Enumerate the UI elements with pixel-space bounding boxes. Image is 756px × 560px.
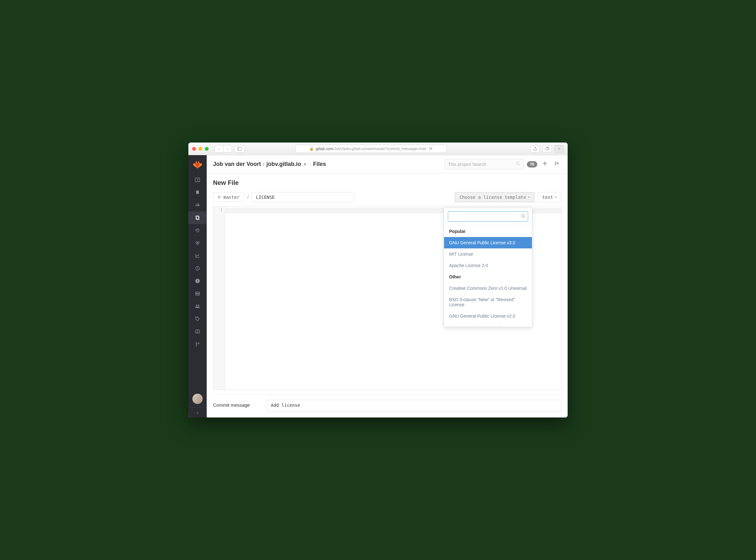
sidebar-item-dashboard[interactable] [188, 199, 207, 212]
share-button[interactable] [530, 145, 540, 153]
dropdown-item-gpl3[interactable]: GNU General Public License v3.0 [444, 237, 532, 248]
commit-row: Commit message Add license [213, 394, 561, 412]
dropdown-item-gpl2[interactable]: GNU General Public License v2.0 [444, 310, 532, 322]
sidebar-item-analytics[interactable] [188, 249, 207, 262]
search-icon [516, 161, 520, 167]
window-controls [192, 147, 208, 151]
dropdown-search-input[interactable] [451, 214, 521, 219]
todos-badge[interactable]: 70 [527, 161, 537, 167]
dropdown-item-mit[interactable]: MIT License [444, 248, 532, 260]
url-path: /JobV/jobv.gitlab.io/new/master?commit_m… [333, 147, 426, 151]
content-area: New File master / Choose a license templ… [207, 174, 568, 418]
template-button-label: Choose a license template [460, 195, 526, 200]
sidebar-item-branches[interactable] [188, 338, 207, 351]
sidebar-item-wiki[interactable] [188, 325, 207, 338]
svg-rect-11 [197, 280, 198, 281]
sidebar-item-history[interactable] [188, 224, 207, 237]
app-container: › Job van der Voort / jobv.gitlab.io ▾ ·… [188, 155, 568, 418]
browser-titlebar: ‹ › 🔒 gitlab.com/JobV/jobv.gitlab.io/new… [188, 142, 568, 155]
sidebar-toggle[interactable] [235, 145, 245, 153]
page-title: New File [213, 179, 561, 186]
url-domain: gitlab.com [316, 147, 333, 151]
signout-button[interactable] [553, 161, 561, 167]
path-separator: / [247, 194, 249, 200]
branch-icon [218, 195, 222, 199]
new-tab-button[interactable]: + [554, 145, 564, 153]
sidebar-item-issues[interactable] [188, 275, 207, 287]
svg-point-21 [516, 162, 519, 165]
browser-window: ‹ › 🔒 gitlab.com/JobV/jobv.gitlab.io/new… [188, 142, 568, 418]
chevron-down-icon[interactable]: ▾ [304, 162, 306, 166]
breadcrumb-section: Files [313, 161, 326, 167]
search-placeholder: This project Search [448, 162, 486, 167]
svg-point-25 [522, 215, 524, 217]
caret-down-icon: ▼ [555, 196, 557, 199]
breadcrumb: Job van der Voort / jobv.gitlab.io ▾ · F… [213, 161, 326, 167]
sidebar-item-bookmark[interactable] [188, 186, 207, 199]
sidebar-item-collapse[interactable] [188, 174, 207, 186]
format-dropdown[interactable]: text ▼ [538, 192, 561, 202]
sidebar-item-files[interactable] [188, 212, 207, 224]
dropdown-header-other: Other [444, 271, 532, 282]
dropdown-item-apache2[interactable]: Apache License 2.0 [444, 260, 532, 271]
svg-point-22 [218, 196, 219, 196]
svg-rect-3 [195, 178, 200, 182]
back-button[interactable]: ‹ [214, 145, 223, 153]
svg-rect-2 [545, 147, 548, 150]
file-path-row: master / Choose a license template ▼ tex… [213, 192, 561, 202]
editor-gutter: 1 [213, 206, 225, 390]
caret-down-icon: ▼ [528, 196, 530, 199]
svg-point-19 [196, 345, 197, 346]
license-template-dropdown[interactable]: Choose a license template ▼ [455, 192, 534, 202]
forward-button[interactable]: › [223, 145, 232, 153]
dropdown-item-eclipse[interactable]: Eclipse Public License 1.0 [444, 322, 532, 327]
sidebar-item-members[interactable] [188, 300, 207, 313]
svg-point-18 [196, 342, 197, 343]
svg-rect-12 [197, 282, 198, 282]
commit-message-input[interactable]: Add license [267, 400, 561, 412]
commit-message-label: Commit message [213, 400, 260, 408]
sidebar-expand-button[interactable]: › [188, 407, 207, 418]
sidebar-item-packages[interactable] [188, 237, 207, 249]
svg-point-20 [198, 343, 199, 344]
license-template-menu: Popular GNU General Public License v3.0 … [444, 207, 532, 327]
svg-rect-0 [238, 147, 241, 151]
svg-rect-13 [196, 292, 199, 293]
editor-wrap: 1 Popular [213, 206, 561, 390]
sidebar-item-schedule[interactable] [188, 262, 207, 275]
new-item-button[interactable] [540, 161, 549, 167]
gitlab-logo[interactable] [188, 155, 207, 174]
nav-buttons: ‹ › [214, 145, 232, 153]
reload-icon[interactable]: ⟳ [429, 146, 433, 151]
breadcrumb-owner[interactable]: Job van der Voort [213, 161, 261, 167]
tabs-button[interactable] [542, 145, 552, 153]
lock-icon: 🔒 [310, 147, 314, 151]
svg-point-24 [220, 196, 221, 197]
maximize-button[interactable] [205, 147, 208, 151]
svg-point-17 [196, 318, 197, 318]
dropdown-item-cc0[interactable]: Creative Commons Zero v1.0 Universal [444, 282, 532, 294]
svg-point-8 [197, 243, 198, 245]
svg-point-15 [196, 305, 197, 306]
address-bar[interactable]: 🔒 gitlab.com/JobV/jobv.gitlab.io/new/mas… [295, 145, 447, 153]
search-icon [521, 214, 525, 219]
user-avatar[interactable] [192, 394, 203, 404]
breadcrumb-project[interactable]: jobv.gitlab.io [266, 161, 301, 167]
branch-selector[interactable]: master [213, 193, 244, 202]
svg-rect-14 [196, 294, 199, 295]
branch-name: master [223, 195, 240, 200]
sidebar-item-storage[interactable] [188, 287, 207, 300]
close-button[interactable] [192, 147, 196, 151]
dropdown-search[interactable] [448, 212, 528, 222]
svg-point-23 [218, 198, 219, 199]
svg-point-6 [196, 242, 198, 243]
filename-input[interactable] [252, 192, 354, 202]
sidebar-item-tags[interactable] [188, 313, 207, 325]
dropdown-item-bsd3[interactable]: BSD 3-clause "New" or "Revised" License [444, 294, 532, 310]
project-search[interactable]: This project Search [445, 159, 524, 170]
minimize-button[interactable] [198, 147, 202, 151]
format-button-label: text [542, 195, 553, 200]
left-sidebar: › [188, 155, 207, 418]
gutter-line-1: 1 [213, 208, 222, 213]
main-content: Job van der Voort / jobv.gitlab.io ▾ · F… [207, 155, 568, 418]
